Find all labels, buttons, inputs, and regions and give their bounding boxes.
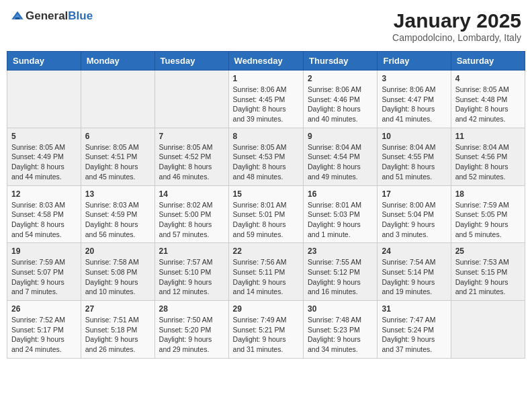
day-info: Sunrise: 7:49 AM Sunset: 5:21 PM Dayligh… <box>233 315 299 355</box>
day-number: 5 <box>11 132 77 141</box>
day-number: 14 <box>159 189 224 199</box>
day-number: 2 <box>308 74 373 83</box>
day-info: Sunrise: 8:05 AM Sunset: 4:48 PM Dayligh… <box>455 85 521 124</box>
calendar-cell: 29Sunrise: 7:49 AM Sunset: 5:21 PM Dayli… <box>228 301 303 359</box>
calendar-cell: 16Sunrise: 8:01 AM Sunset: 5:03 PM Dayli… <box>304 185 378 243</box>
day-info: Sunrise: 8:04 AM Sunset: 4:54 PM Dayligh… <box>308 142 373 182</box>
day-info: Sunrise: 8:05 AM Sunset: 4:52 PM Dayligh… <box>159 142 224 182</box>
logo-icon <box>11 9 24 23</box>
day-number: 16 <box>308 189 373 199</box>
calendar-cell <box>154 71 228 128</box>
calendar-cell: 5Sunrise: 8:05 AM Sunset: 4:49 PM Daylig… <box>7 128 81 185</box>
day-number: 30 <box>308 304 373 314</box>
day-number: 10 <box>382 132 446 141</box>
calendar-cell: 19Sunrise: 7:59 AM Sunset: 5:07 PM Dayli… <box>7 243 81 301</box>
calendar-cell: 7Sunrise: 8:05 AM Sunset: 4:52 PM Daylig… <box>154 128 228 185</box>
day-number: 31 <box>382 304 446 314</box>
calendar-cell: 3Sunrise: 8:06 AM Sunset: 4:47 PM Daylig… <box>378 71 451 128</box>
title-block: January 2025 Campodolcino, Lombardy, Ita… <box>392 9 521 43</box>
month-year: January 2025 <box>392 9 521 32</box>
location: Campodolcino, Lombardy, Italy <box>392 32 521 43</box>
day-number: 28 <box>159 304 224 314</box>
day-number: 26 <box>11 304 77 314</box>
calendar-cell: 15Sunrise: 8:01 AM Sunset: 5:01 PM Dayli… <box>228 185 303 243</box>
weekday-header-sunday: Sunday <box>7 52 81 71</box>
calendar-week-4: 19Sunrise: 7:59 AM Sunset: 5:07 PM Dayli… <box>7 243 525 301</box>
day-number: 4 <box>455 74 521 83</box>
day-number: 9 <box>308 132 373 141</box>
weekday-header-thursday: Thursday <box>304 52 378 71</box>
day-info: Sunrise: 8:06 AM Sunset: 4:45 PM Dayligh… <box>233 85 299 124</box>
logo-blue: Blue <box>68 9 93 22</box>
day-info: Sunrise: 7:54 AM Sunset: 5:14 PM Dayligh… <box>382 257 446 297</box>
day-number: 11 <box>455 132 521 141</box>
day-info: Sunrise: 8:04 AM Sunset: 4:55 PM Dayligh… <box>382 142 446 182</box>
day-number: 20 <box>85 246 150 256</box>
calendar-cell: 8Sunrise: 8:05 AM Sunset: 4:53 PM Daylig… <box>228 128 303 185</box>
day-info: Sunrise: 8:00 AM Sunset: 5:04 PM Dayligh… <box>382 200 446 240</box>
day-number: 24 <box>382 246 446 256</box>
day-number: 25 <box>455 246 521 256</box>
day-info: Sunrise: 8:01 AM Sunset: 5:03 PM Dayligh… <box>308 200 373 240</box>
day-number: 8 <box>233 132 299 141</box>
calendar-cell: 25Sunrise: 7:53 AM Sunset: 5:15 PM Dayli… <box>451 243 525 301</box>
day-number: 22 <box>233 246 299 256</box>
calendar-cell: 28Sunrise: 7:50 AM Sunset: 5:20 PM Dayli… <box>154 301 228 359</box>
day-info: Sunrise: 7:53 AM Sunset: 5:15 PM Dayligh… <box>455 257 521 297</box>
day-info: Sunrise: 8:05 AM Sunset: 4:49 PM Dayligh… <box>11 142 77 182</box>
calendar-cell: 20Sunrise: 7:58 AM Sunset: 5:08 PM Dayli… <box>81 243 154 301</box>
calendar-cell: 13Sunrise: 8:03 AM Sunset: 4:59 PM Dayli… <box>81 185 154 243</box>
calendar-cell: 26Sunrise: 7:52 AM Sunset: 5:17 PM Dayli… <box>7 301 81 359</box>
day-number: 27 <box>85 304 150 314</box>
day-info: Sunrise: 8:03 AM Sunset: 4:58 PM Dayligh… <box>11 200 77 240</box>
calendar-cell: 22Sunrise: 7:56 AM Sunset: 5:11 PM Dayli… <box>228 243 303 301</box>
day-info: Sunrise: 7:48 AM Sunset: 5:23 PM Dayligh… <box>308 315 373 355</box>
weekday-header-row: SundayMondayTuesdayWednesdayThursdayFrid… <box>7 52 525 71</box>
weekday-header-monday: Monday <box>81 52 154 71</box>
calendar-cell: 30Sunrise: 7:48 AM Sunset: 5:23 PM Dayli… <box>304 301 378 359</box>
day-info: Sunrise: 7:59 AM Sunset: 5:07 PM Dayligh… <box>11 257 77 297</box>
day-info: Sunrise: 8:05 AM Sunset: 4:53 PM Dayligh… <box>233 142 299 182</box>
day-info: Sunrise: 8:06 AM Sunset: 4:47 PM Dayligh… <box>382 85 446 124</box>
logo-general: General <box>26 9 68 22</box>
day-number: 19 <box>11 246 77 256</box>
day-info: Sunrise: 8:06 AM Sunset: 4:46 PM Dayligh… <box>308 85 373 124</box>
day-number: 15 <box>233 189 299 199</box>
calendar-cell: 2Sunrise: 8:06 AM Sunset: 4:46 PM Daylig… <box>304 71 378 128</box>
day-info: Sunrise: 8:03 AM Sunset: 4:59 PM Dayligh… <box>85 200 150 240</box>
day-info: Sunrise: 7:56 AM Sunset: 5:11 PM Dayligh… <box>233 257 299 297</box>
calendar-cell: 24Sunrise: 7:54 AM Sunset: 5:14 PM Dayli… <box>378 243 451 301</box>
calendar-cell <box>7 71 81 128</box>
calendar-cell: 23Sunrise: 7:55 AM Sunset: 5:12 PM Dayli… <box>304 243 378 301</box>
day-number: 6 <box>85 132 150 141</box>
day-number: 12 <box>11 189 77 199</box>
calendar-cell: 14Sunrise: 8:02 AM Sunset: 5:00 PM Dayli… <box>154 185 228 243</box>
calendar-cell: 6Sunrise: 8:05 AM Sunset: 4:51 PM Daylig… <box>81 128 154 185</box>
calendar-cell: 21Sunrise: 7:57 AM Sunset: 5:10 PM Dayli… <box>154 243 228 301</box>
calendar-week-2: 5Sunrise: 8:05 AM Sunset: 4:49 PM Daylig… <box>7 128 525 185</box>
calendar-cell: 10Sunrise: 8:04 AM Sunset: 4:55 PM Dayli… <box>378 128 451 185</box>
day-info: Sunrise: 7:47 AM Sunset: 5:24 PM Dayligh… <box>382 315 446 355</box>
day-info: Sunrise: 7:59 AM Sunset: 5:05 PM Dayligh… <box>455 200 521 240</box>
calendar-cell <box>81 71 154 128</box>
day-number: 13 <box>85 189 150 199</box>
day-number: 29 <box>233 304 299 314</box>
day-info: Sunrise: 7:52 AM Sunset: 5:17 PM Dayligh… <box>11 315 77 355</box>
day-info: Sunrise: 8:05 AM Sunset: 4:51 PM Dayligh… <box>85 142 150 182</box>
day-info: Sunrise: 7:58 AM Sunset: 5:08 PM Dayligh… <box>85 257 150 297</box>
calendar-cell: 9Sunrise: 8:04 AM Sunset: 4:54 PM Daylig… <box>304 128 378 185</box>
day-info: Sunrise: 8:02 AM Sunset: 5:00 PM Dayligh… <box>159 200 224 240</box>
calendar-cell: 27Sunrise: 7:51 AM Sunset: 5:18 PM Dayli… <box>81 301 154 359</box>
day-number: 7 <box>159 132 224 141</box>
day-info: Sunrise: 7:51 AM Sunset: 5:18 PM Dayligh… <box>85 315 150 355</box>
day-number: 18 <box>455 189 521 199</box>
svg-rect-2 <box>15 17 20 19</box>
weekday-header-friday: Friday <box>378 52 451 71</box>
calendar-cell: 1Sunrise: 8:06 AM Sunset: 4:45 PM Daylig… <box>228 71 303 128</box>
calendar-cell: 11Sunrise: 8:04 AM Sunset: 4:56 PM Dayli… <box>451 128 525 185</box>
calendar-cell: 12Sunrise: 8:03 AM Sunset: 4:58 PM Dayli… <box>7 185 81 243</box>
day-number: 1 <box>233 74 299 83</box>
calendar-cell: 18Sunrise: 7:59 AM Sunset: 5:05 PM Dayli… <box>451 185 525 243</box>
day-info: Sunrise: 7:50 AM Sunset: 5:20 PM Dayligh… <box>159 315 224 355</box>
calendar-week-3: 12Sunrise: 8:03 AM Sunset: 4:58 PM Dayli… <box>7 185 525 243</box>
